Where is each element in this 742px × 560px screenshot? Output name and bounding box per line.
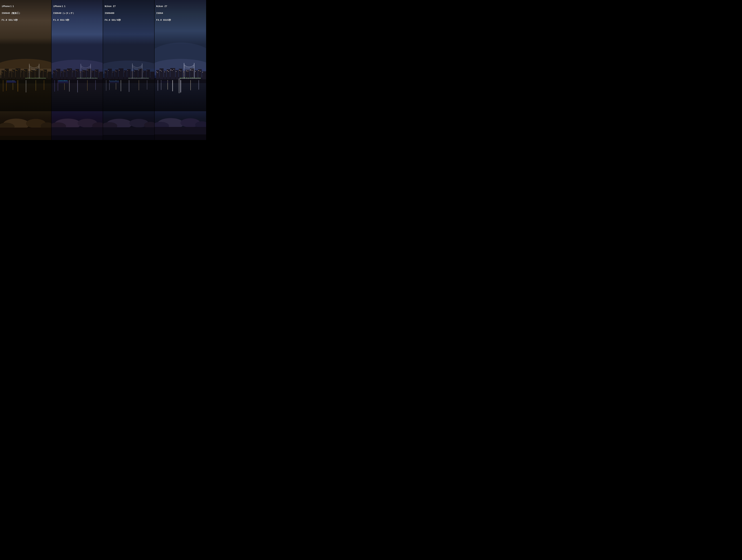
svg-rect-90 [99, 72, 103, 79]
svg-rect-31 [33, 72, 33, 72]
svg-rect-239 [173, 69, 174, 70]
svg-point-183 [131, 78, 132, 78]
svg-rect-109 [92, 72, 92, 72]
svg-rect-153 [105, 70, 107, 79]
svg-rect-240 [176, 71, 176, 72]
svg-point-124 [91, 78, 91, 78]
svg-rect-96 [64, 71, 64, 71]
svg-rect-154 [108, 69, 112, 79]
svg-rect-251 [202, 72, 203, 72]
svg-rect-204 [116, 81, 116, 81]
svg-point-189 [146, 78, 147, 78]
svg-point-46 [34, 78, 35, 78]
svg-point-262 [194, 78, 195, 78]
svg-rect-98 [67, 70, 68, 70]
svg-rect-201 [112, 81, 113, 81]
svg-point-49 [39, 78, 40, 78]
svg-point-125 [92, 78, 93, 78]
svg-rect-142 [65, 80, 66, 81]
svg-point-118 [81, 78, 81, 78]
svg-rect-219 [164, 71, 166, 79]
svg-rect-155 [112, 71, 115, 79]
svg-rect-233 [161, 71, 162, 71]
svg-point-184 [134, 78, 134, 78]
svg-rect-30 [31, 71, 32, 71]
svg-rect-94 [58, 71, 58, 71]
svg-rect-172 [119, 70, 119, 70]
svg-point-120 [84, 78, 85, 78]
svg-rect-234 [164, 72, 165, 72]
svg-point-116 [77, 78, 78, 78]
svg-rect-217 [156, 70, 159, 79]
svg-rect-62 [7, 80, 8, 81]
svg-rect-32 [36, 70, 36, 70]
svg-rect-102 [76, 70, 76, 71]
svg-rect-92 [54, 73, 54, 73]
svg-rect-108 [88, 71, 89, 71]
svg-rect-107 [87, 70, 88, 70]
svg-point-264 [198, 78, 199, 78]
svg-rect-231 [157, 72, 158, 73]
svg-rect-18 [5, 70, 6, 71]
svg-rect-21 [12, 71, 13, 71]
svg-rect-34 [40, 72, 41, 72]
svg-rect-137 [59, 80, 59, 81]
svg-rect-24 [17, 71, 17, 71]
svg-point-182 [129, 78, 129, 78]
svg-point-41 [26, 78, 26, 78]
svg-rect-198 [109, 81, 119, 83]
svg-rect-174 [127, 70, 128, 71]
svg-point-43 [29, 78, 30, 78]
svg-point-265 [200, 78, 200, 78]
svg-rect-100 [70, 69, 70, 70]
svg-rect-66 [12, 80, 12, 81]
svg-rect-238 [172, 70, 172, 71]
svg-rect-177 [144, 72, 144, 72]
svg-rect-16 [2, 72, 2, 72]
svg-rect-111 [97, 71, 97, 72]
panel-nikon-z7-6400: Nikon Z7 ISO6400 F4.0 SS1/6秒 [103, 0, 155, 140]
svg-rect-35 [44, 71, 44, 71]
svg-rect-237 [171, 70, 171, 70]
svg-rect-5 [9, 71, 12, 79]
svg-rect-280 [155, 134, 206, 140]
svg-rect-37 [48, 72, 48, 73]
svg-rect-152 [103, 78, 154, 111]
svg-rect-235 [167, 70, 168, 71]
svg-rect-236 [168, 71, 169, 72]
svg-rect-74 [0, 136, 51, 140]
svg-point-260 [190, 78, 191, 78]
svg-rect-244 [186, 71, 187, 71]
svg-rect-20 [10, 72, 10, 72]
svg-rect-173 [124, 72, 124, 72]
svg-rect-242 [180, 71, 181, 71]
svg-point-190 [148, 78, 149, 78]
panel-iphone11-raw: iPhone１１ ISO640（無加工） F1.8 SS1/4秒 [0, 0, 52, 140]
svg-rect-77 [52, 78, 103, 111]
svg-rect-167 [106, 73, 106, 73]
svg-rect-28 [26, 71, 26, 71]
svg-point-258 [186, 78, 187, 78]
svg-point-47 [36, 78, 36, 78]
svg-rect-247 [192, 70, 192, 71]
svg-point-119 [82, 78, 83, 78]
svg-rect-99 [69, 71, 69, 71]
svg-rect-141 [64, 80, 65, 81]
svg-rect-110 [95, 71, 96, 71]
svg-rect-212 [103, 135, 154, 140]
comparison-grid: iPhone１１ ISO640（無加工） F1.8 SS1/4秒 [0, 0, 206, 140]
svg-rect-274 [161, 81, 171, 83]
svg-rect-266 [178, 78, 180, 93]
svg-rect-95 [61, 72, 61, 72]
svg-point-127 [95, 78, 96, 78]
svg-rect-93 [57, 70, 57, 71]
svg-point-128 [97, 78, 98, 78]
svg-point-50 [41, 78, 41, 78]
svg-point-51 [42, 78, 43, 78]
panel-nikon-z7-iso64: Nikon Z7 ISO64 F4.0 SS15秒 [155, 0, 206, 140]
svg-point-257 [184, 77, 185, 78]
svg-point-255 [180, 78, 181, 78]
svg-point-45 [33, 78, 33, 78]
svg-point-53 [46, 78, 46, 78]
svg-rect-17 [2, 73, 3, 73]
